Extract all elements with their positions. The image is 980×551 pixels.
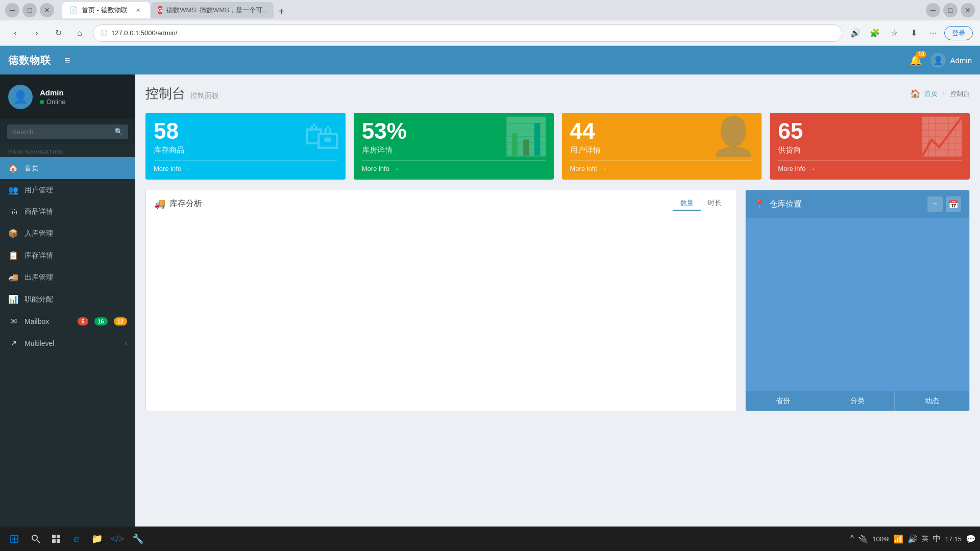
sidebar-item-mailbox[interactable]: ✉ Mailbox 5 16 12: [0, 310, 135, 332]
taskbar-edge-button[interactable]: e: [67, 530, 86, 548]
taskbar-app-button[interactable]: 🔧: [129, 530, 147, 548]
browser-tab-active[interactable]: 📄 首页 - 德数物联 ✕: [62, 2, 150, 18]
sidebar-item-inventory[interactable]: 📋 库存详情: [0, 244, 135, 266]
stat-number-warehouse: 53%: [362, 120, 407, 142]
taskbar-explorer-button[interactable]: 📁: [88, 530, 106, 548]
sidebar-item-user-mgmt[interactable]: 👥 用户管理: [0, 179, 135, 201]
user-menu[interactable]: 👤 Admin: [930, 53, 972, 68]
more-info-supplier[interactable]: More info →: [778, 160, 962, 172]
download-button[interactable]: ⬇: [905, 25, 922, 41]
taskbar-search-button[interactable]: [27, 530, 45, 548]
stat-card-warehouse: 53% 库房详情 📊 More info →: [354, 113, 554, 180]
sidebar-item-goods-label: 商品详情: [24, 207, 127, 216]
stat-card-user: 44 用户详情 👤 More info →: [562, 113, 762, 180]
taskbar: ⊞ e 📁 </> 🔧 ^ 🔌 100% 📶 🔊 英 中: [0, 527, 980, 551]
stat-card-top-3: 44 用户详情 👤: [570, 120, 754, 155]
refresh-button[interactable]: ↻: [50, 25, 66, 41]
analysis-title: 🚚 库存分析: [154, 198, 202, 209]
start-button[interactable]: ⊞: [4, 529, 24, 549]
battery-percent: 100%: [872, 535, 889, 543]
tray-network-icon: 📶: [893, 534, 903, 544]
stat-label-inventory: 库存商品: [154, 145, 184, 155]
goods-icon: 🛍: [8, 207, 18, 216]
stat-card-top: 58 库存商品 🛍: [154, 120, 337, 155]
map-footer-category[interactable]: 分类: [820, 391, 895, 411]
search-icon[interactable]: 🔍: [114, 128, 123, 136]
minimize-win-button[interactable]: ─: [926, 3, 940, 17]
more-info-arrow-supplier: →: [808, 165, 815, 172]
taskbar-code-button[interactable]: </>: [108, 530, 127, 548]
breadcrumb-home[interactable]: 首页: [924, 89, 938, 98]
sidebar-item-role[interactable]: 📊 职能分配: [0, 288, 135, 310]
tab-duration[interactable]: 时长: [701, 196, 728, 211]
search-input[interactable]: [12, 128, 110, 136]
lower-section: 🚚 库存分析 数量 时长: [145, 190, 970, 411]
minimize-button[interactable]: ─: [5, 3, 19, 17]
breadcrumb-current: 控制台: [950, 89, 970, 98]
stat-icon-bag: 🛍: [304, 118, 340, 155]
breadcrumb-separator: >: [942, 90, 946, 97]
notification-button[interactable]: 🔔 10: [910, 54, 922, 66]
more-info-label-user: More info: [570, 165, 598, 172]
close-win-button[interactable]: ✕: [961, 3, 975, 17]
forward-button[interactable]: ›: [29, 25, 45, 41]
sidebar-item-goods[interactable]: 🛍 商品详情: [0, 201, 135, 222]
online-dot: [40, 100, 44, 104]
online-status: Online: [40, 98, 127, 106]
login-button[interactable]: 登录: [944, 26, 973, 40]
tab-quantity[interactable]: 数量: [673, 196, 701, 211]
maximize-button[interactable]: □: [22, 3, 37, 17]
show-desktop-button[interactable]: 💬: [966, 534, 976, 544]
back-button[interactable]: ‹: [7, 25, 23, 41]
browser-settings-button[interactable]: ⋯: [925, 25, 941, 41]
stat-number-supplier: 65: [778, 120, 803, 142]
map-footer-province[interactable]: 省份: [746, 391, 820, 411]
window-controls[interactable]: ─ □ ✕: [5, 3, 54, 17]
taskbar-task-view-button[interactable]: [47, 530, 65, 548]
sidebar-item-multilevel[interactable]: ↗ Multilevel ‹: [0, 332, 135, 354]
map-card: 📍 仓库位置 − 📅 省份 分类 动态: [745, 190, 970, 411]
sidebar-item-home[interactable]: 🏠 首页: [0, 157, 135, 179]
more-info-warehouse[interactable]: More info →: [362, 160, 546, 172]
sidebar-item-inbound[interactable]: 📦 入库管理: [0, 222, 135, 244]
browser-tab-inactive[interactable]: G 德数WMS: 德数WMS，是一个可... ✕: [151, 2, 274, 18]
stat-label-supplier: 供货商: [778, 145, 803, 155]
stat-card-top-2: 53% 库房详情 📊: [362, 120, 546, 155]
svg-line-1: [37, 540, 40, 543]
map-calendar-button[interactable]: 📅: [946, 196, 961, 212]
toolbar-actions: 🔊 🧩 ☆ ⬇ ⋯ 登录: [847, 25, 973, 41]
map-footer-dynamic[interactable]: 动态: [895, 391, 969, 411]
close-button[interactable]: ✕: [40, 3, 54, 17]
favorites-button[interactable]: ☆: [886, 25, 902, 41]
home-button[interactable]: ⌂: [71, 25, 88, 41]
browser-titlebar: ─ □ ✕ 📄 首页 - 德数物联 ✕ G 德数WMS: 德数WMS，是一个可.…: [0, 0, 980, 20]
maximize-win-button[interactable]: □: [943, 3, 958, 17]
navbar-right: 🔔 10 👤 Admin: [910, 53, 972, 68]
system-tray: ^ 🔌 100% 📶 🔊 英 中 17:15 💬: [850, 534, 976, 544]
stat-card-supplier: 65 供货商 📈 More info →: [770, 113, 970, 180]
address-bar[interactable]: ⓘ 127.0.0.1:5000/admin/: [93, 24, 842, 42]
tab-close-button[interactable]: ✕: [134, 6, 143, 15]
stat-icon-pie: 📈: [919, 118, 965, 155]
new-tab-button[interactable]: +: [275, 4, 289, 18]
language-button[interactable]: 英: [922, 534, 928, 543]
tray-chevron[interactable]: ^: [850, 534, 854, 543]
sidebar-item-outbound-label: 出库管理: [24, 273, 127, 282]
more-info-inventory[interactable]: More info →: [154, 160, 337, 172]
stat-label-warehouse: 库房详情: [362, 145, 407, 155]
read-aloud-button[interactable]: 🔊: [847, 25, 864, 41]
breadcrumb: 🏠 首页 > 控制台: [910, 89, 970, 98]
more-info-arrow-inventory: →: [184, 165, 191, 172]
tab-favicon-g: G: [158, 6, 163, 14]
sidebar-item-outbound[interactable]: 🚚 出库管理: [0, 266, 135, 288]
more-info-arrow-user: →: [601, 165, 607, 172]
extensions-button[interactable]: 🧩: [867, 25, 883, 41]
more-info-user[interactable]: More info →: [570, 160, 754, 172]
taskbar-time[interactable]: 17:15: [945, 535, 962, 543]
analysis-header: 🚚 库存分析 数量 时长: [146, 190, 737, 217]
map-minus-button[interactable]: −: [927, 196, 943, 212]
hamburger-button[interactable]: ≡: [61, 52, 74, 69]
sidebar-user-panel: 👤 Admin Online: [0, 74, 135, 119]
mailbox-badge-yellow: 12: [114, 317, 127, 325]
breadcrumb-icon: 🏠: [910, 89, 920, 98]
